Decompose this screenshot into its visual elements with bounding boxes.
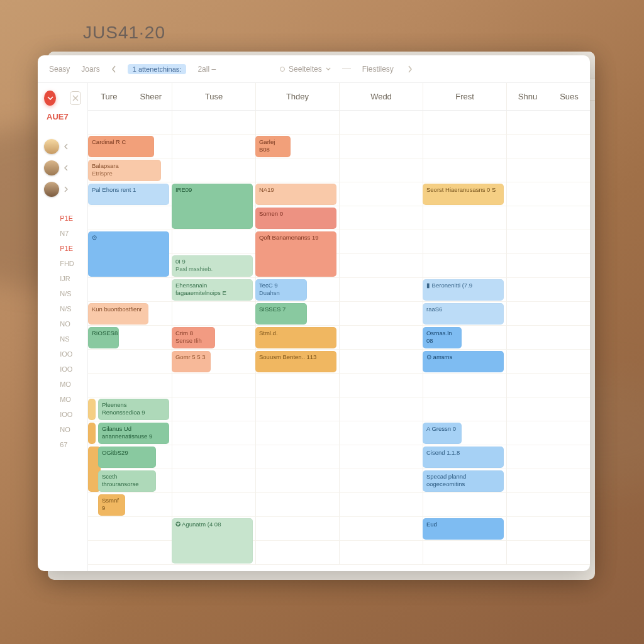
grid-cell[interactable] — [172, 302, 255, 326]
grid-cell[interactable] — [423, 206, 506, 230]
grid-cell[interactable] — [506, 302, 590, 326]
grid-cell[interactable] — [506, 206, 590, 230]
grid-cell[interactable] — [172, 158, 255, 182]
grid-cell[interactable] — [172, 230, 255, 254]
calendar-event[interactable]: Kun buontbostfienr — [88, 303, 148, 325]
calendar-event[interactable]: NA19 — [255, 184, 336, 205]
grid-cell[interactable] — [506, 182, 590, 206]
calendar-event[interactable]: raaS6 — [423, 303, 504, 325]
grid-cell[interactable] — [339, 302, 423, 326]
grid-cell[interactable] — [339, 493, 423, 517]
grid-cell[interactable] — [172, 469, 255, 493]
grid-cell[interactable] — [339, 326, 423, 350]
calendar-event[interactable]: Somen 0 — [255, 208, 336, 229]
grid-cell[interactable] — [423, 254, 506, 278]
grid-cell[interactable] — [339, 397, 423, 421]
calendar-event[interactable]: Ehensanain fagaaemitelnoips E — [172, 279, 253, 301]
grid-cell[interactable] — [506, 541, 590, 565]
grid-cell[interactable] — [255, 374, 339, 397]
tb-joars[interactable]: Joars — [81, 65, 99, 74]
grid-cell[interactable] — [255, 397, 339, 421]
calendar-event[interactable]: ✪ Agunatm (4 08 — [172, 518, 253, 564]
grid-cell[interactable] — [423, 541, 506, 565]
grid-cell[interactable] — [172, 421, 255, 445]
day-frest[interactable]: Frest — [423, 83, 506, 110]
calendar-event[interactable]: Qoft Banamenanss 19 — [255, 231, 336, 277]
grid-cell[interactable] — [506, 135, 590, 158]
grid-cell[interactable] — [172, 493, 255, 517]
calendar-event[interactable]: Garlej B08 — [255, 136, 291, 157]
grid-cell[interactable] — [506, 445, 590, 469]
grid-cell[interactable] — [506, 374, 590, 397]
grid-cell[interactable] — [172, 445, 255, 469]
grid-cell[interactable] — [506, 326, 590, 350]
grid-cell[interactable] — [339, 158, 423, 182]
grid-cell[interactable] — [339, 230, 423, 254]
calendar-event[interactable]: OGitbS29 — [98, 447, 156, 468]
calendar-event[interactable]: Souusm Benten.. 113 — [255, 351, 336, 372]
grid-cell[interactable] — [255, 469, 339, 493]
grid-cell[interactable] — [506, 493, 590, 517]
tb-filter[interactable]: 2all – — [197, 65, 216, 74]
tb-next[interactable] — [408, 65, 413, 73]
grid-cell[interactable] — [172, 374, 255, 397]
grid-cell[interactable] — [255, 421, 339, 445]
calendar-event[interactable]: RIOSES8 — [88, 327, 119, 348]
grid-cell[interactable] — [88, 374, 172, 397]
grid-cell[interactable] — [423, 158, 506, 182]
calendar-event[interactable]: Seorst Hiaeranusasns 0 S — [423, 184, 504, 205]
grid-cell[interactable] — [339, 206, 423, 230]
calendar-event[interactable] — [88, 423, 96, 444]
grid-cell[interactable] — [506, 158, 590, 182]
grid-cell[interactable] — [88, 111, 172, 135]
calendar-event[interactable]: ▮ Beronenitti (7.9 — [423, 279, 504, 301]
tb-range-selected[interactable]: 1 attenetchinas: — [128, 64, 187, 74]
grid-cell[interactable] — [423, 374, 506, 397]
chevron-right-icon[interactable] — [64, 186, 68, 192]
grid-cell[interactable] — [339, 350, 423, 374]
grid-cell[interactable] — [339, 445, 423, 469]
grid-cell[interactable] — [506, 278, 590, 302]
calendar-event[interactable]: Stml.d. — [255, 327, 336, 348]
calendar-event[interactable]: SISSES 7 — [255, 303, 307, 325]
grid-cell[interactable] — [339, 541, 423, 565]
avatar[interactable] — [44, 139, 59, 154]
avatar[interactable] — [44, 182, 59, 197]
tb-seasy[interactable]: Seasy — [49, 65, 70, 74]
grid-cell[interactable] — [255, 541, 339, 565]
grid-cell[interactable] — [172, 397, 255, 421]
day-thdey[interactable]: Thdey — [255, 83, 339, 110]
calendar-event[interactable]: A Gressn 0 — [423, 423, 462, 444]
close-button[interactable] — [70, 91, 81, 105]
grid-cell[interactable] — [339, 469, 423, 493]
grid-cell[interactable] — [255, 111, 339, 135]
chevron-left-icon[interactable] — [64, 143, 68, 150]
calendar-event[interactable]: Cisend 1.1.8 — [423, 447, 504, 468]
day-sues[interactable]: Sues — [548, 92, 590, 101]
grid-cell[interactable] — [88, 278, 172, 302]
calendar-event[interactable]: Cardinal R C — [88, 136, 154, 157]
grid-cell[interactable] — [255, 445, 339, 469]
day-tuse[interactable]: Tuse — [172, 83, 255, 110]
grid-cell[interactable] — [88, 350, 172, 374]
calendar-event[interactable]: Pleenens Renonssedioa 9 — [98, 399, 169, 420]
grid-cell[interactable] — [423, 111, 506, 135]
tb-fiestilesy[interactable]: Fiestilesy — [362, 65, 394, 74]
grid-cell[interactable] — [339, 254, 423, 278]
grid-cell[interactable] — [506, 397, 590, 421]
grid-cell[interactable] — [423, 230, 506, 254]
grid-cell[interactable] — [172, 111, 255, 135]
grid-cell[interactable] — [506, 111, 590, 135]
calendar-event[interactable]: Specad plannd oogeceomitins — [423, 470, 504, 492]
grid-cell[interactable] — [339, 374, 423, 397]
grid-cell[interactable] — [255, 493, 339, 517]
grid-cell[interactable] — [255, 517, 339, 541]
chevron-left-icon[interactable] — [64, 165, 68, 171]
calendar-event[interactable]: 0I 9Pasl msshieb. — [172, 255, 253, 277]
calendar-event[interactable]: Ssmnf 9 — [98, 494, 125, 516]
calendar-event[interactable]: Osrnas.ln 08 — [423, 327, 462, 348]
calendar-event[interactable]: Pal Ehons rent 1 — [88, 184, 169, 205]
day-wedd[interactable]: Wedd — [339, 83, 423, 110]
grid-cell[interactable] — [339, 421, 423, 445]
calendar-event[interactable]: Gilanus Ud anannenatisnuse 9 — [98, 423, 169, 444]
